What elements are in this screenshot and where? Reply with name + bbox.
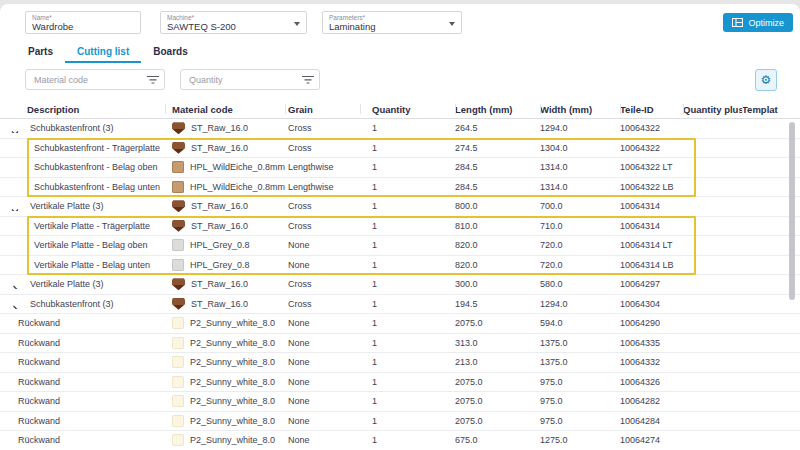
description-text: Vertikale Platte - Belag oben — [34, 240, 148, 250]
grain-text: None — [285, 357, 360, 367]
length-text: 800.0 — [455, 201, 540, 211]
optimize-button[interactable]: Optimize — [723, 13, 793, 32]
quantity-text: 1 — [360, 260, 455, 270]
name-input[interactable] — [32, 21, 134, 32]
material-code-text: ST_Raw_16.0 — [191, 299, 248, 309]
table-row[interactable]: Rückwand P2_Sunny_white_8.0 None 1 2075.… — [0, 392, 800, 412]
material-code-text: P2_Sunny_white_8.0 — [190, 396, 275, 406]
machine-value: SAWTEQ S-200 — [167, 21, 292, 32]
table-body: Schubkastenfront (3) ST_Raw_16.0 Cross 1… — [0, 119, 800, 450]
chevron-down-icon[interactable] — [11, 129, 19, 133]
table-row[interactable]: Vertikale Platte (3) ST_Raw_16.0 Cross 1… — [0, 275, 800, 295]
grain-text: Cross — [285, 299, 360, 309]
tab-boards[interactable]: Boards — [141, 46, 199, 63]
machine-select[interactable]: Machine* SAWTEQ S-200 — [160, 11, 307, 34]
teile-id-text: 10064314 — [620, 201, 683, 211]
table-row[interactable]: Schubkastenfront - Trägerplatte ST_Raw_1… — [0, 139, 800, 159]
column-header-quantity: Quantity — [360, 100, 455, 118]
grain-text: None — [285, 338, 360, 348]
teile-id-text: 10064326 — [620, 377, 683, 387]
teile-id-text: 10064332 — [620, 357, 683, 367]
material-code-text: ST_Raw_16.0 — [191, 221, 248, 231]
table-row[interactable]: Rückwand P2_Sunny_white_8.0 None 1 675.0… — [0, 431, 800, 450]
table-row[interactable]: Schubkastenfront - Belag oben HPL_WildEi… — [0, 158, 800, 178]
material-swatch-icon — [172, 220, 185, 232]
chevron-right-icon[interactable] — [11, 305, 19, 309]
quantity-text: 1 — [360, 221, 455, 231]
parameters-field-label: Parameters* — [329, 14, 447, 21]
grain-text: Lengthwise — [285, 182, 360, 192]
width-text: 975.0 — [540, 396, 620, 406]
table-row[interactable]: Vertikale Platte - Trägerplatte ST_Raw_1… — [0, 217, 800, 237]
table-row[interactable]: Vertikale Platte - Belag oben HPL_Grey_0… — [0, 236, 800, 256]
parameters-value: Laminating — [329, 21, 447, 32]
grain-text: None — [285, 377, 360, 387]
material-swatch-icon — [172, 278, 185, 290]
table-row[interactable]: Rückwand P2_Sunny_white_8.0 None 1 2075.… — [0, 314, 800, 334]
quantity-text: 1 — [360, 396, 455, 406]
material-swatch-icon — [172, 337, 184, 349]
material-code-text: ST_Raw_16.0 — [191, 201, 248, 211]
chevron-down-icon — [294, 22, 300, 26]
material-code-text: P2_Sunny_white_8.0 — [190, 357, 275, 367]
grain-text: None — [285, 435, 360, 445]
grain-text: None — [285, 260, 360, 270]
length-text: 2075.0 — [455, 396, 540, 406]
teile-id-text: 10064314 LT — [620, 240, 683, 250]
vertical-scrollbar[interactable] — [789, 122, 795, 300]
length-text: 313.0 — [455, 338, 540, 348]
table-row[interactable]: Rückwand P2_Sunny_white_8.0 None 1 313.0… — [0, 334, 800, 354]
table-row[interactable]: Rückwand P2_Sunny_white_8.0 None 1 2075.… — [0, 373, 800, 393]
width-text: 720.0 — [540, 260, 620, 270]
filter-bar: ⚙ — [0, 69, 800, 91]
parameters-select[interactable]: Parameters* Laminating — [322, 11, 462, 34]
grain-text: None — [285, 240, 360, 250]
description-text: Rückwand — [18, 357, 60, 367]
table-row[interactable]: Vertikale Platte - Belag unten HPL_Grey_… — [0, 256, 800, 276]
name-field-label: Name* — [32, 14, 134, 21]
chevron-right-icon[interactable] — [11, 285, 19, 289]
quantity-text: 1 — [360, 299, 455, 309]
gear-icon: ⚙ — [761, 73, 772, 87]
material-swatch-icon — [172, 356, 184, 368]
quantity-text: 1 — [360, 182, 455, 192]
grain-text: Cross — [285, 221, 360, 231]
table-settings-button[interactable]: ⚙ — [755, 69, 777, 91]
cutting-list-table: Description Material code Grain Quantity… — [0, 100, 800, 450]
teile-id-text: 10064304 — [620, 299, 683, 309]
table-row[interactable]: Schubkastenfront (3) ST_Raw_16.0 Cross 1… — [0, 119, 800, 139]
width-text: 975.0 — [540, 416, 620, 426]
quantity-text: 1 — [360, 435, 455, 445]
material-code-text: ST_Raw_16.0 — [191, 143, 248, 153]
grain-text: Cross — [285, 279, 360, 289]
quantity-filter-input[interactable] — [180, 69, 320, 90]
table-row[interactable]: Schubkastenfront - Belag unten HPL_WildE… — [0, 178, 800, 198]
tab-cutting-list[interactable]: Cutting list — [65, 46, 141, 63]
name-field[interactable]: Name* — [25, 11, 141, 34]
width-text: 720.0 — [540, 240, 620, 250]
width-text: 1375.0 — [540, 357, 620, 367]
table-row[interactable]: Rückwand P2_Sunny_white_8.0 None 1 213.0… — [0, 353, 800, 373]
quantity-text: 1 — [360, 123, 455, 133]
table-row[interactable]: Vertikale Platte (3) ST_Raw_16.0 Cross 1… — [0, 197, 800, 217]
material-code-filter-input[interactable] — [25, 69, 165, 90]
material-code-text: P2_Sunny_white_8.0 — [190, 318, 275, 328]
material-swatch-icon — [172, 298, 185, 310]
description-text: Rückwand — [18, 377, 60, 387]
length-text: 810.0 — [455, 221, 540, 231]
quantity-text: 1 — [360, 416, 455, 426]
tab-parts[interactable]: Parts — [16, 46, 65, 63]
chevron-down-icon[interactable] — [11, 207, 19, 211]
teile-id-text: 10064322 LT — [620, 162, 683, 172]
material-swatch-icon — [172, 181, 184, 193]
teile-id-text: 10064284 — [620, 416, 683, 426]
table-row[interactable]: Rückwand P2_Sunny_white_8.0 None 1 2075.… — [0, 412, 800, 432]
table-header: Description Material code Grain Quantity… — [0, 100, 800, 119]
column-header-grain: Grain — [285, 100, 360, 118]
table-row[interactable]: Schubkastenfront (3) ST_Raw_16.0 Cross 1… — [0, 295, 800, 315]
grain-text: None — [285, 318, 360, 328]
grain-text: None — [285, 396, 360, 406]
description-text: Rückwand — [18, 435, 60, 445]
grain-text: None — [285, 416, 360, 426]
description-text: Rückwand — [18, 338, 60, 348]
